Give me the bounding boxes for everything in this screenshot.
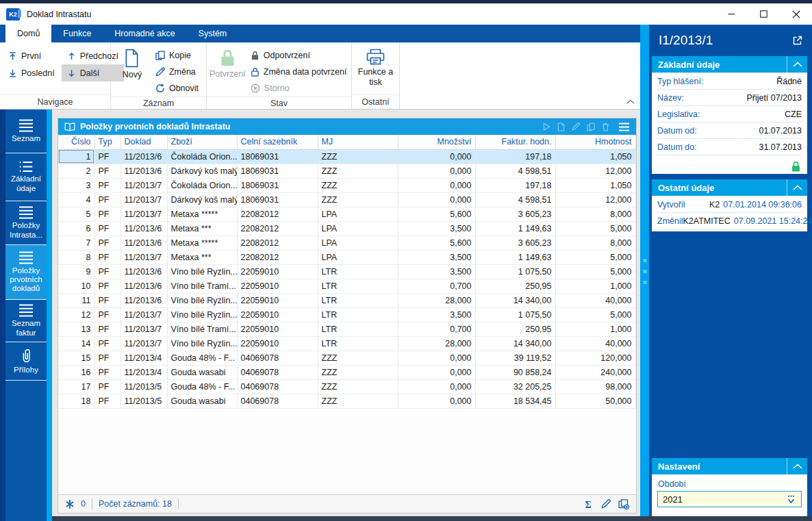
table-cell[interactable]: 120,000: [555, 351, 635, 365]
table-row[interactable]: 9PF11/2013/6Víno bílé Ryzlin...22059010L…: [58, 264, 635, 279]
column-header[interactable]: Faktur. hodn.: [475, 135, 555, 149]
table-cell[interactable]: 0,000: [398, 351, 475, 365]
table-cell[interactable]: 3 605,23: [475, 207, 555, 221]
table-cell[interactable]: 11: [58, 293, 94, 307]
table-cell[interactable]: 8,000: [555, 207, 635, 221]
table-cell[interactable]: 18069031: [237, 192, 318, 207]
table-cell[interactable]: 16: [58, 365, 94, 379]
table-cell[interactable]: 22082012: [237, 250, 318, 264]
maximize-button[interactable]: [748, 3, 780, 25]
table-cell[interactable]: Dárkový koš malý: [167, 192, 237, 207]
table-row[interactable]: 8PF11/2013/7Metaxa ***22082012LPA3,5001 …: [58, 250, 635, 264]
table-cell[interactable]: 0,000: [398, 394, 475, 408]
minimize-button[interactable]: [715, 3, 748, 25]
table-cell[interactable]: Metaxa *****: [167, 236, 237, 250]
table-cell[interactable]: 11/2013/5: [120, 394, 167, 408]
table-cell[interactable]: PF: [94, 351, 120, 365]
table-cell[interactable]: 10: [58, 279, 94, 293]
close-button[interactable]: [780, 3, 812, 25]
table-cell[interactable]: ZZZ: [318, 192, 398, 207]
table-row[interactable]: 18PF11/2013/5Gouda wasabi04069078ZZZ0,00…: [58, 394, 635, 408]
table-cell[interactable]: 11/2013/7: [120, 207, 167, 221]
trash-icon[interactable]: [602, 123, 609, 131]
table-cell[interactable]: 0,000: [398, 164, 475, 178]
table-cell[interactable]: 22059010: [237, 279, 318, 293]
table-cell[interactable]: 18: [58, 394, 94, 408]
column-header[interactable]: Množství: [398, 135, 475, 149]
table-cell[interactable]: 22082012: [237, 207, 318, 221]
column-header[interactable]: MJ: [318, 135, 398, 149]
collapse-section-button[interactable]: [787, 179, 807, 196]
table-row[interactable]: 17PF11/2013/5Gouda 48% - F...04069078ZZZ…: [58, 379, 635, 394]
table-row[interactable]: 7PF11/2013/6Metaxa *****22082012LPA5,600…: [58, 236, 635, 250]
table-cell[interactable]: 0,000: [398, 178, 475, 192]
table-cell[interactable]: 22059010: [237, 322, 318, 336]
table-cell[interactable]: 11/2013/6: [120, 221, 167, 236]
new-button[interactable]: Nový: [114, 44, 151, 97]
table-cell[interactable]: 11/2013/6: [120, 236, 167, 250]
menu-white-icon[interactable]: [618, 123, 630, 131]
table-cell[interactable]: 12: [58, 307, 94, 322]
table-cell[interactable]: 18 534,45: [475, 394, 555, 408]
table-cell[interactable]: Čokoláda Orion...: [167, 149, 237, 164]
table-cell[interactable]: PF: [94, 178, 120, 192]
table-cell[interactable]: PF: [94, 221, 120, 236]
table-cell[interactable]: Víno bílé Ryzlin...: [167, 307, 237, 322]
last-record-button[interactable]: Poslední: [3, 64, 60, 81]
tab-domu[interactable]: Domů: [5, 25, 51, 42]
table-cell[interactable]: LTR: [318, 279, 398, 293]
table-row[interactable]: 3PF11/2013/7Čokoláda Orion...18069031ZZZ…: [58, 178, 635, 192]
table-cell[interactable]: Metaxa ***: [167, 221, 237, 236]
table-cell[interactable]: 11/2013/6: [120, 279, 167, 293]
table-cell[interactable]: 8: [58, 250, 94, 264]
table-cell[interactable]: 11/2013/7: [120, 250, 167, 264]
table-cell[interactable]: Víno bílé Ryzlin...: [167, 264, 237, 279]
table-cell[interactable]: 5,000: [555, 264, 635, 279]
table-cell[interactable]: 22082012: [237, 221, 318, 236]
table-cell[interactable]: 11/2013/7: [120, 307, 167, 322]
table-cell[interactable]: 3,500: [398, 221, 475, 236]
table-cell[interactable]: PF: [94, 192, 120, 207]
table-cell[interactable]: 22059010: [237, 336, 318, 351]
table-row[interactable]: 4PF11/2013/7Dárkový koš malý18069031ZZZ0…: [58, 192, 635, 207]
pencil-white-icon[interactable]: [572, 123, 580, 131]
table-cell[interactable]: PF: [94, 236, 120, 250]
table-cell[interactable]: 4 598,51: [475, 164, 555, 178]
table-row[interactable]: 16PF11/2013/4Gouda wasabi04069078ZZZ0,00…: [58, 365, 635, 379]
table-cell[interactable]: 5,000: [555, 307, 635, 322]
column-header[interactable]: Doklad: [120, 135, 167, 149]
table-cell[interactable]: 6: [58, 221, 94, 236]
table-cell[interactable]: LPA: [318, 250, 398, 264]
table-cell[interactable]: ZZZ: [318, 351, 398, 365]
table-cell[interactable]: 32 205,25: [475, 379, 555, 394]
tab-funkce[interactable]: Funkce: [51, 25, 103, 42]
table-cell[interactable]: 14: [58, 336, 94, 351]
table-cell[interactable]: 197,18: [475, 149, 555, 164]
collapse-section-button[interactable]: [787, 56, 807, 73]
functions-print-button[interactable]: Funkce a tisk: [356, 44, 396, 94]
copy-button[interactable]: Kopie: [151, 47, 203, 64]
popout-icon[interactable]: [792, 35, 803, 46]
table-cell[interactable]: LPA: [318, 236, 398, 250]
cancel-record-button[interactable]: Storno: [246, 80, 352, 97]
asterisk-icon[interactable]: [65, 499, 75, 509]
sidebar-item-1[interactable]: Základní údaje: [5, 153, 47, 201]
table-cell[interactable]: ZZZ: [318, 394, 398, 408]
table-row[interactable]: 14PF11/2013/7Víno bílé Ryzlin...22059010…: [58, 336, 635, 351]
table-cell[interactable]: PF: [94, 164, 120, 178]
table-cell[interactable]: Gouda wasabi: [167, 365, 237, 379]
table-cell[interactable]: 197,18: [475, 178, 555, 192]
table-row[interactable]: 11PF11/2013/6Víno bílé Ryzlin...22059010…: [58, 293, 635, 307]
table-cell[interactable]: 11/2013/6: [120, 164, 167, 178]
ribbon-collapse-button[interactable]: [626, 99, 635, 104]
table-cell[interactable]: 18069031: [237, 178, 318, 192]
table-cell[interactable]: Víno bílé Tramí...: [167, 322, 237, 336]
table-cell[interactable]: PF: [94, 207, 120, 221]
table-cell[interactable]: ZZZ: [318, 164, 398, 178]
table-cell[interactable]: 40,000: [555, 336, 635, 351]
splitter-handle[interactable]: [643, 259, 646, 284]
table-cell[interactable]: PF: [94, 293, 120, 307]
table-cell[interactable]: 1,050: [555, 178, 635, 192]
table-cell[interactable]: LPA: [318, 207, 398, 221]
table-cell[interactable]: 240,000: [555, 365, 635, 379]
